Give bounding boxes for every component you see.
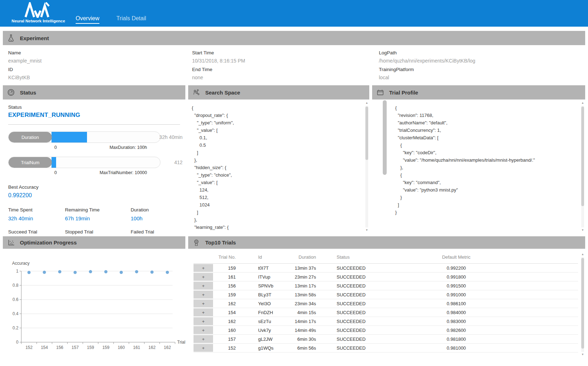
cell-status: SUCCEEDED (316, 308, 373, 317)
tab-trials-detail[interactable]: Trials Detail (116, 15, 146, 27)
expand-row-button[interactable]: + (194, 282, 213, 290)
expand-row-button[interactable]: + (194, 291, 213, 298)
cell-status: SUCCEEDED (316, 281, 373, 290)
progress-track (51, 132, 160, 142)
table-row: +157gL2JW6min 30sSUCCEEDED0.981800 (194, 335, 578, 344)
trial-profile-left-scrollbar-thumb[interactable] (383, 100, 387, 175)
cell-trial-no: 156 (213, 281, 238, 290)
accuracy-scatter-plot: 00.20.40.60.8115215415615715915916016116… (3, 249, 185, 355)
scatter-point (58, 270, 61, 273)
table-row: +159t0I7T13min 37sSUCCEEDED0.992200 (194, 264, 578, 273)
top10-trials-body: Trial No. Id Duration Status Default Met… (188, 249, 585, 366)
expand-row-button[interactable]: + (194, 273, 213, 281)
column-header-trial-no: Trial No. (213, 252, 238, 264)
cell-status: SUCCEEDED (316, 273, 373, 281)
table-row: +154FnDZH4min 15sSUCCEEDED0.984000 (194, 308, 578, 317)
scrollbar-thumb[interactable] (581, 107, 584, 206)
best-accuracy-label: Best Accuracy (8, 184, 185, 190)
expand-row-button[interactable]: + (194, 335, 213, 343)
cell-trial-no: 157 (213, 335, 238, 344)
cell-default-metric: 0.983000 (373, 317, 540, 326)
experiment-details: Name example_mnist ID KCiBytKB Start Tim… (3, 45, 585, 87)
x-tick-label: 154 (41, 345, 48, 350)
cell-trial-no: 159 (213, 264, 238, 273)
expand-row-button[interactable]: + (194, 308, 213, 316)
scroll-up-arrow[interactable]: ▲ (581, 101, 585, 105)
scrollbar-thumb[interactable] (581, 258, 584, 349)
scatter-point (166, 271, 169, 274)
cell-trial-no: 152 (213, 344, 238, 352)
expand-row-button[interactable]: + (194, 300, 213, 307)
expand-column-header (194, 252, 213, 264)
trialnum-count-value: 412 (174, 160, 183, 165)
progress-track (51, 157, 160, 168)
column-header-default-metric: Default Metric (373, 252, 540, 264)
cell-status: SUCCEEDED (316, 335, 373, 344)
cell-default-metric: 0.986100 (373, 299, 540, 308)
trial-profile-json: { "revision": 11768, "authorName": "defa… (372, 99, 585, 216)
expand-row-button[interactable]: + (194, 326, 213, 334)
start-time-value: 10/31/2018, 8:16:15 PM (192, 58, 363, 64)
search-space-panel: Search Space { "dropout_rate": { "_type"… (188, 85, 369, 234)
trialnum-progress-bar: TrialNum (8, 157, 160, 168)
cell-trial-no: 160 (213, 326, 238, 335)
duration-bar-caption: 0 MaxDuration: 100h (54, 145, 147, 150)
stat-time-spent: Time Spent 32h 40min (8, 207, 65, 229)
cell-duration: 4min 15s (286, 308, 316, 317)
search-space-header: Search Space (188, 85, 369, 99)
cell-id: t0I7T (238, 264, 286, 273)
expand-row-button[interactable]: + (194, 317, 213, 325)
trial-profile-header: Trial Profile (372, 85, 585, 99)
tab-overview[interactable]: Overview (76, 15, 99, 27)
cell-trial-no: 154 (213, 308, 238, 317)
bar-min-label: 0 (54, 170, 57, 175)
cell-duration: 13min 58s (286, 290, 316, 299)
table-header: Trial No. Id Duration Status Default Met… (194, 252, 578, 264)
y-tick-label: 0.4 (12, 311, 18, 316)
scatter-point (43, 271, 46, 274)
training-platform-value: local (379, 75, 549, 80)
cell-id: ITVup (238, 273, 286, 281)
status-panel: Status Status EXPERIMENT_RUNNING Duratio… (3, 85, 185, 234)
flask-icon (7, 34, 15, 42)
scroll-down-arrow[interactable]: ▼ (581, 352, 585, 357)
brand-name: Neural Network Intelligence (10, 19, 67, 23)
duration-progress-fill (51, 132, 87, 142)
scrollbar-thumb[interactable] (365, 107, 368, 160)
experiment-section-header: Experiment (3, 31, 585, 45)
active-tab-underline (76, 23, 99, 24)
x-tick-label: 159 (102, 345, 109, 350)
search-space-json: { "dropout_rate": { "_type": "uniform", … (188, 99, 369, 231)
expand-row-button[interactable]: + (194, 344, 213, 352)
scatter-point (89, 270, 92, 273)
field-label: LogPath (379, 50, 549, 55)
medal-icon (192, 239, 200, 247)
scroll-up-arrow[interactable]: ▲ (365, 101, 369, 105)
search-space-title: Search Space (205, 90, 240, 96)
scroll-down-arrow[interactable]: ▼ (365, 228, 369, 232)
cell-duration: 6min 30s (286, 335, 316, 344)
y-axis-title: Accuracy (12, 261, 29, 266)
best-accuracy-value: 0.992200 (8, 192, 185, 199)
column-header-status: Status (316, 252, 373, 264)
field-label: ID (8, 67, 179, 72)
scroll-up-arrow[interactable]: ▲ (581, 252, 585, 257)
scroll-down-arrow[interactable]: ▼ (581, 228, 585, 232)
scatter-point (135, 270, 138, 273)
expand-cell: + (194, 281, 213, 290)
table-row: +159BLy3T13min 58sSUCCEEDED0.991000 (194, 290, 578, 299)
cell-default-metric: 0.984000 (373, 308, 540, 317)
scatter-chart-icon (7, 239, 15, 247)
cell-default-metric: 0.991500 (373, 281, 540, 290)
trialnum-bar-caption: 0 MaxTrialNumber: 10000 (54, 170, 147, 175)
expand-cell: + (194, 299, 213, 308)
expand-row-button[interactable]: + (194, 264, 213, 272)
expand-cell: + (194, 326, 213, 335)
cell-id: SPNVb (238, 281, 286, 290)
log-path-value: /home/quzha/nni/experiments/KCiBytKB/log (379, 58, 549, 64)
bar-min-label: 0 (54, 145, 57, 150)
x-tick-label: 160 (118, 345, 125, 350)
table-row: +152g1WQs6min 56sSUCCEEDED0.981000 (194, 344, 578, 352)
x-tick-label: 162 (148, 345, 156, 350)
stat-duration: Duration 100h (131, 207, 185, 229)
